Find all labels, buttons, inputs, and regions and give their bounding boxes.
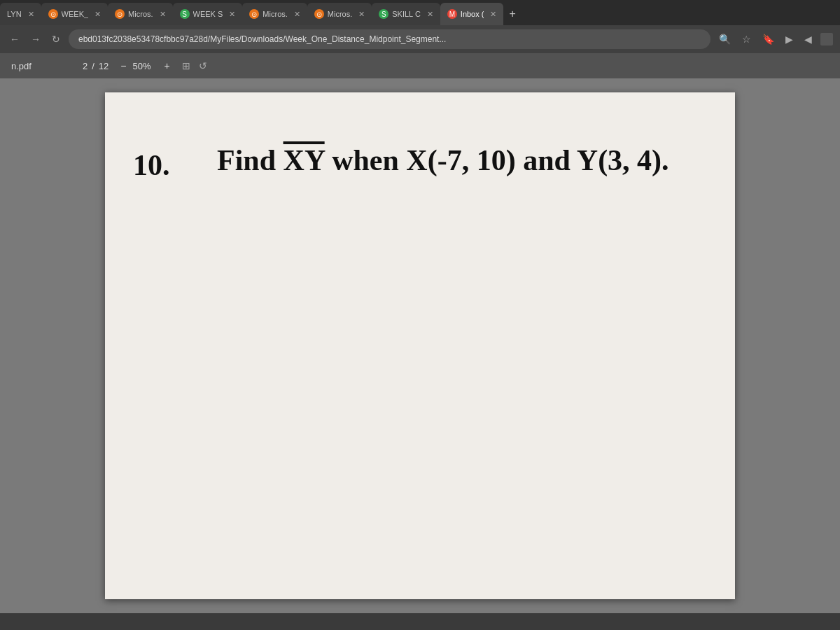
tab-week-label: WEEK_ <box>62 10 89 18</box>
tab-micros2-label: Micros. <box>262 10 287 18</box>
tab-week[interactable]: ⊙ WEEK_ ✕ <box>41 3 108 25</box>
tab-lyn-label: LYN <box>7 10 22 18</box>
zoom-out-button[interactable]: − <box>117 59 130 73</box>
tab-micros1-label: Micros. <box>128 10 153 18</box>
tab-skillc-close[interactable]: ✕ <box>427 10 433 19</box>
problem-text: Find XY when X(-7, 10) and Y(3, 4). <box>161 134 679 180</box>
tab-inbox[interactable]: M Inbox ( ✕ <box>440 3 504 25</box>
tab-lyn[interactable]: LYN ✕ <box>0 3 41 25</box>
pdf-view-icon[interactable]: ⊞ <box>182 60 190 71</box>
xy-overline: XY <box>284 144 325 176</box>
pdf-page: 10. Find XY when X(-7, 10) and Y(3, 4). <box>105 92 735 599</box>
tab-skillc-icon: S <box>379 9 388 19</box>
cast-icon[interactable]: 🔖 <box>760 31 777 48</box>
reload-button[interactable]: ↻ <box>49 31 63 48</box>
address-bar: ← → ↻ 🔍 ☆ 🔖 ▶ ◀ <box>0 25 840 53</box>
play-icon[interactable]: ▶ <box>783 31 796 48</box>
tab-micros2-close[interactable]: ✕ <box>294 10 300 19</box>
search-icon[interactable]: 🔍 <box>716 31 734 48</box>
tab-inbox-label: Inbox ( <box>461 10 484 18</box>
tab-micros3[interactable]: ⊙ Micros. ✕ <box>307 3 372 25</box>
tab-weeks[interactable]: S WEEK S ✕ <box>173 3 243 25</box>
address-input[interactable] <box>69 29 710 49</box>
tab-weeks-close[interactable]: ✕ <box>229 10 235 19</box>
tab-lyn-close[interactable]: ✕ <box>28 10 34 19</box>
tab-week-icon: ⊙ <box>48 9 58 19</box>
pdf-page-separator: / <box>92 61 94 71</box>
tab-skillc[interactable]: S SKILL C ✕ <box>372 3 440 25</box>
pdf-filename: n.pdf <box>11 61 53 71</box>
tab-weeks-label: WEEK S <box>193 10 223 18</box>
forward-button[interactable]: → <box>28 31 43 48</box>
tab-micros1-icon: ⊙ <box>115 9 125 19</box>
pdf-toolbar: n.pdf 2 / 12 − 50% + ⊞ ↺ <box>0 53 840 78</box>
problem-number: 10. <box>133 148 170 182</box>
pdf-zoom-controls: − 50% + <box>117 59 173 73</box>
tab-skillc-label: SKILL C <box>392 10 421 18</box>
pdf-current-page[interactable]: 2 <box>83 61 88 71</box>
profile-icon[interactable]: ◀ <box>802 31 815 48</box>
pdf-page-info: 2 / 12 <box>83 61 108 71</box>
tab-bar: LYN ✕ ⊙ WEEK_ ✕ ⊙ Micros. ✕ S WEEK S ✕ ⊙… <box>0 0 840 25</box>
tab-micros3-icon: ⊙ <box>314 9 324 19</box>
pdf-total-pages: 12 <box>99 61 108 71</box>
pdf-content-area: 10. Find XY when X(-7, 10) and Y(3, 4). <box>0 78 840 613</box>
new-tab-button[interactable]: + <box>503 3 521 25</box>
tab-micros3-close[interactable]: ✕ <box>358 10 365 19</box>
tab-week-close[interactable]: ✕ <box>94 10 101 19</box>
tab-micros2[interactable]: ⊙ Micros. ✕ <box>242 3 307 25</box>
pdf-zoom-value: 50% <box>133 61 158 71</box>
back-button[interactable]: ← <box>7 31 22 48</box>
bookmark-star-icon[interactable]: ☆ <box>739 31 754 48</box>
tab-inbox-icon: M <box>447 9 457 19</box>
tab-inbox-close[interactable]: ✕ <box>490 10 496 19</box>
extensions-icon[interactable] <box>820 33 833 46</box>
tab-micros1[interactable]: ⊙ Micros. ✕ <box>108 3 172 25</box>
status-bar <box>0 613 840 630</box>
tab-weeks-icon: S <box>180 9 190 19</box>
pdf-rotate-icon[interactable]: ↺ <box>199 60 207 71</box>
tab-micros2-icon: ⊙ <box>249 9 259 19</box>
tab-micros1-close[interactable]: ✕ <box>160 10 166 19</box>
tab-micros3-label: Micros. <box>328 10 352 18</box>
zoom-in-button[interactable]: + <box>161 59 174 73</box>
browser-chrome: LYN ✕ ⊙ WEEK_ ✕ ⊙ Micros. ✕ S WEEK S ✕ ⊙… <box>0 0 840 53</box>
